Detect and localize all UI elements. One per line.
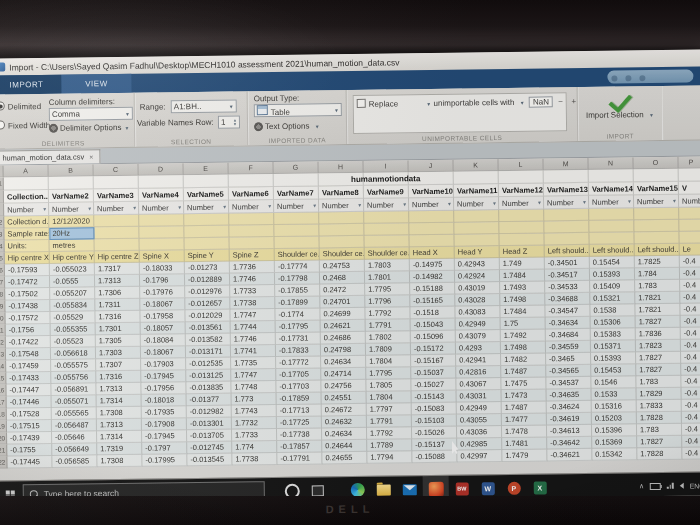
- data-cell[interactable]: -0.17731: [276, 332, 321, 345]
- cell[interactable]: [274, 224, 319, 237]
- cell[interactable]: [409, 211, 454, 224]
- signal-header-cell[interactable]: Left should...: [545, 245, 590, 258]
- cell[interactable]: [544, 170, 589, 184]
- close-icon[interactable]: ×: [89, 153, 93, 160]
- data-cell[interactable]: 0.15316: [592, 400, 637, 413]
- meta-value-cell[interactable]: 20Hz: [49, 227, 94, 240]
- fixed-width-radio-icon[interactable]: [0, 121, 5, 130]
- cell[interactable]: [634, 232, 679, 245]
- cell[interactable]: [454, 210, 499, 223]
- data-cell[interactable]: 1.7791: [366, 319, 411, 332]
- cell[interactable]: [589, 208, 634, 221]
- column-letter[interactable]: A: [4, 165, 49, 178]
- data-cell[interactable]: -0.055834: [50, 299, 95, 312]
- meta-label-cell[interactable]: Collection d...: [4, 216, 49, 229]
- data-cell[interactable]: -0.3465: [546, 353, 591, 366]
- column-letter[interactable]: P: [678, 156, 700, 168]
- tab-import[interactable]: IMPORT: [0, 75, 62, 95]
- data-cell[interactable]: 1.7484: [500, 305, 545, 318]
- data-cell[interactable]: 1.7733: [230, 285, 275, 298]
- data-cell[interactable]: -0.17903: [141, 358, 186, 371]
- data-cell[interactable]: -0.34533: [545, 281, 590, 294]
- data-cell[interactable]: -0.012029: [185, 310, 230, 323]
- data-cell[interactable]: 0.24632: [322, 416, 367, 429]
- data-cell[interactable]: 1.7313: [95, 275, 140, 288]
- cell[interactable]: [139, 175, 184, 189]
- data-cell[interactable]: -0.14975: [410, 259, 455, 272]
- data-cell[interactable]: 1.7809: [366, 343, 411, 356]
- data-cell[interactable]: 1.7821: [635, 304, 680, 317]
- decrement-button[interactable]: −: [555, 97, 566, 106]
- data-cell[interactable]: -0.15026: [412, 427, 457, 440]
- data-cell[interactable]: -0.012535: [186, 358, 231, 371]
- signal-header-cell[interactable]: Head Y: [455, 246, 500, 259]
- range-combo[interactable]: A1:BH..▼: [171, 99, 237, 113]
- data-cell[interactable]: -0.17976: [140, 286, 185, 299]
- cell[interactable]: [454, 222, 499, 235]
- cell[interactable]: [679, 168, 700, 181]
- data-cell[interactable]: 1.7794: [367, 451, 412, 464]
- variable-name-cell[interactable]: VarName12: [499, 183, 544, 197]
- chevron-down-icon[interactable]: ▼: [492, 197, 498, 210]
- chevron-down-icon[interactable]: ▼: [222, 201, 228, 214]
- data-cell[interactable]: -0.4: [681, 351, 700, 363]
- delimited-radio[interactable]: Delimited: [0, 101, 41, 112]
- data-cell[interactable]: -0.34621: [547, 449, 592, 462]
- data-cell[interactable]: 1.7792: [367, 427, 412, 440]
- data-cell[interactable]: -0.17445: [7, 456, 52, 469]
- data-cell[interactable]: 1.7789: [367, 439, 412, 452]
- data-cell[interactable]: -0.17705: [276, 368, 321, 381]
- data-cell[interactable]: -0.17833: [276, 344, 321, 357]
- data-cell[interactable]: -0.05646: [52, 431, 97, 444]
- signal-header-cell[interactable]: Head X: [410, 247, 455, 260]
- data-cell[interactable]: 1.7828: [637, 448, 682, 461]
- data-cell[interactable]: -0.17459: [6, 360, 51, 373]
- data-cell[interactable]: -0.15096: [411, 331, 456, 344]
- cell[interactable]: [184, 175, 229, 189]
- data-cell[interactable]: 1.7307: [96, 359, 141, 372]
- data-cell[interactable]: -0.055023: [50, 263, 95, 276]
- signal-header-cell[interactable]: Hip centre Y: [50, 251, 95, 264]
- data-cell[interactable]: -0.17859: [277, 392, 322, 405]
- data-cell[interactable]: 0.42924: [455, 270, 500, 283]
- signal-header-cell[interactable]: Left should...: [590, 244, 635, 257]
- increment-button[interactable]: +: [568, 97, 579, 106]
- column-letter[interactable]: G: [273, 161, 318, 174]
- cell[interactable]: [94, 227, 139, 240]
- data-cell[interactable]: -0.055756: [51, 371, 96, 384]
- cell[interactable]: [94, 176, 139, 190]
- data-cell[interactable]: -0.17528: [7, 408, 52, 421]
- data-cell[interactable]: 0.24753: [320, 260, 365, 273]
- data-cell[interactable]: 1.7823: [636, 340, 681, 353]
- data-cell[interactable]: 0.1533: [591, 388, 636, 401]
- data-cell[interactable]: 0.43083: [455, 306, 500, 319]
- data-cell[interactable]: -0.17855: [275, 284, 320, 297]
- data-cell[interactable]: 1.7827: [636, 316, 681, 329]
- data-cell[interactable]: -0.17472: [5, 276, 50, 289]
- data-cell[interactable]: 1.7738: [232, 453, 277, 466]
- column-letter[interactable]: N: [588, 157, 633, 170]
- data-cell[interactable]: 0.43028: [455, 294, 500, 307]
- system-tray[interactable]: ∧ ENG: [639, 481, 700, 490]
- data-cell[interactable]: 0.15203: [592, 412, 637, 425]
- cell[interactable]: [634, 208, 679, 221]
- column-letter[interactable]: F: [228, 162, 273, 175]
- chevron-down-icon[interactable]: ▼: [312, 199, 318, 212]
- data-cell[interactable]: -0.15143: [412, 391, 457, 404]
- column-type-cell[interactable]: Number▼: [229, 200, 274, 214]
- data-cell[interactable]: 1.7802: [366, 331, 411, 344]
- data-cell[interactable]: 1.7482: [501, 353, 546, 366]
- data-cell[interactable]: -0.17593: [5, 264, 50, 277]
- data-cell[interactable]: -0.4: [680, 291, 700, 303]
- chevron-down-icon[interactable]: ▼: [357, 199, 363, 212]
- signal-header-cell[interactable]: Shoulder ce...: [365, 247, 410, 260]
- data-cell[interactable]: 0.43036: [457, 426, 502, 439]
- data-cell[interactable]: -0.17422: [6, 336, 51, 349]
- data-cell[interactable]: -0.34635: [546, 389, 591, 402]
- column-type-cell[interactable]: Number▼: [49, 202, 94, 216]
- data-cell[interactable]: 1.7313: [97, 419, 142, 432]
- data-cell[interactable]: 1.783: [635, 280, 680, 293]
- data-cell[interactable]: -0.34642: [547, 437, 592, 450]
- cell[interactable]: [544, 221, 589, 234]
- variable-name-cell[interactable]: VarName13: [544, 183, 589, 197]
